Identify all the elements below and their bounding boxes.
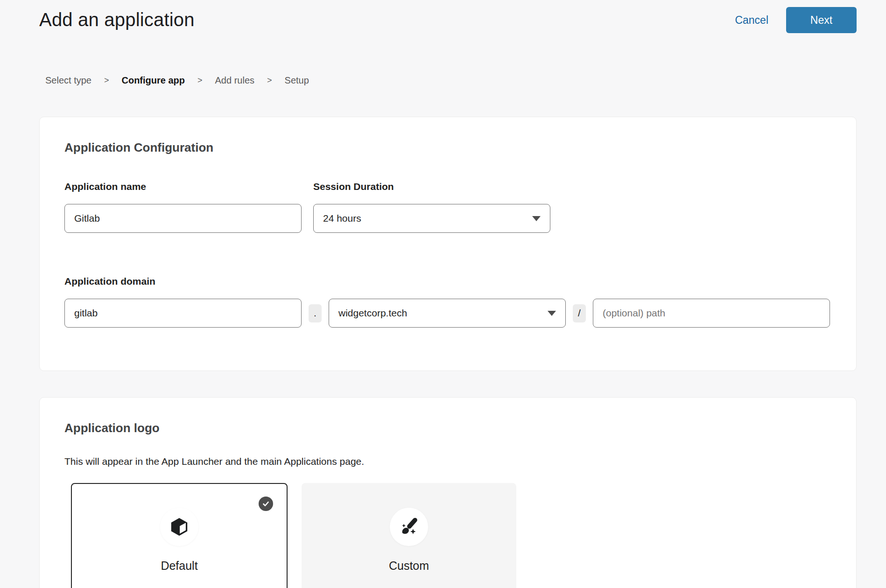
chevron-down-icon — [532, 216, 541, 221]
breadcrumb: Select type > Configure app > Add rules … — [39, 75, 857, 86]
breadcrumb-select-type[interactable]: Select type — [45, 75, 91, 86]
breadcrumb-configure-app[interactable]: Configure app — [121, 75, 185, 86]
breadcrumb-separator: > — [104, 76, 109, 85]
domain-select-value: widgetcorp.tech — [338, 308, 407, 319]
chevron-down-icon — [548, 311, 556, 316]
application-logo-heading: Application logo — [64, 420, 831, 436]
header-actions: Cancel Next — [735, 7, 857, 33]
application-configuration-heading: Application Configuration — [64, 140, 831, 155]
check-icon — [259, 497, 273, 511]
application-configuration-card: Application Configuration Application na… — [39, 117, 857, 371]
breadcrumb-setup[interactable]: Setup — [285, 75, 309, 86]
application-name-label: Application name — [64, 181, 302, 193]
subdomain-input[interactable] — [64, 299, 302, 328]
slash-separator: / — [573, 304, 586, 322]
breadcrumb-separator: > — [267, 76, 272, 85]
application-name-field: Application name — [64, 181, 302, 233]
cube-icon — [160, 508, 198, 546]
page-title: Add an application — [39, 7, 195, 33]
session-duration-label: Session Duration — [313, 181, 550, 193]
breadcrumb-separator: > — [197, 76, 203, 85]
application-domain-row: . widgetcorp.tech / — [64, 299, 831, 328]
page-header: Add an application Cancel Next — [39, 0, 857, 33]
domain-select[interactable]: widgetcorp.tech — [329, 299, 566, 328]
application-logo-description: This will appear in the App Launcher and… — [64, 455, 831, 468]
logo-option-label: Custom — [389, 559, 429, 573]
name-duration-row: Application name Session Duration 24 hou… — [64, 181, 831, 233]
next-button[interactable]: Next — [786, 7, 857, 33]
session-duration-select[interactable]: 24 hours — [313, 204, 550, 233]
session-duration-value: 24 hours — [323, 213, 361, 224]
cancel-button[interactable]: Cancel — [735, 14, 768, 27]
logo-option-custom[interactable]: Custom — [302, 483, 516, 588]
session-duration-field: Session Duration 24 hours — [313, 181, 550, 233]
application-domain-label: Application domain — [64, 275, 831, 287]
application-logo-card: Application logo This will appear in the… — [39, 397, 857, 588]
logo-option-default[interactable]: Default — [71, 483, 288, 588]
path-input[interactable] — [593, 299, 830, 328]
page: Add an application Cancel Next Select ty… — [39, 0, 857, 588]
application-name-input[interactable] — [64, 204, 302, 233]
logo-options: Default Custom — [71, 483, 831, 588]
application-domain-field: Application domain . widgetcorp.tech / — [64, 275, 831, 328]
breadcrumb-add-rules[interactable]: Add rules — [215, 75, 255, 86]
dot-separator: . — [309, 304, 322, 322]
logo-option-label: Default — [161, 559, 197, 573]
paintbrush-icon — [390, 508, 428, 546]
